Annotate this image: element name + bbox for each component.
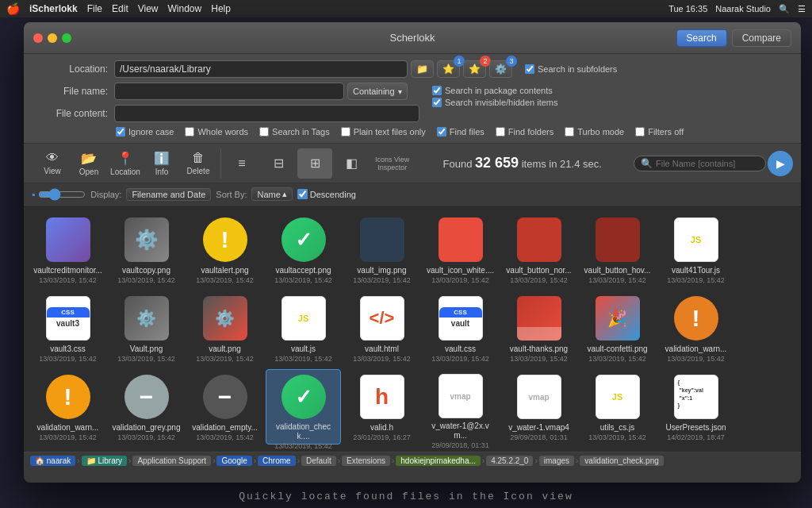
list-item[interactable]: JS vault41Tour.js 13/03/2019, 15:42 [658, 212, 733, 287]
list-item[interactable]: vmap v_water-1@2x.vm... 29/09/2018, 01:3… [423, 369, 498, 444]
list-item[interactable]: CSS vault vault.css 13/03/2019, 15:42 [423, 291, 498, 366]
location-button[interactable]: 📍 Location [108, 148, 143, 179]
breadcrumb-item-default[interactable]: Default [301, 456, 336, 466]
subfolders-check[interactable]: Search in subfolders [525, 64, 617, 74]
breadcrumb-item-naarak[interactable]: 🏠 naarak [30, 456, 75, 466]
minimize-button[interactable] [48, 33, 57, 43]
menu-edit[interactable]: Edit [112, 3, 128, 14]
list-item[interactable]: CSS vault3 vault3.css 13/03/2019, 15:42 [30, 291, 105, 366]
found-count: 32 659 [475, 155, 519, 171]
breadcrumb-item-ext-id[interactable]: hdokiejnpimakedha... [396, 456, 481, 466]
view-button[interactable]: 👁 View [35, 148, 70, 179]
apple-menu[interactable]: 🍎 [6, 2, 20, 15]
list-item[interactable]: ! validation_warn... 13/03/2019, 15:42 [30, 369, 105, 444]
breadcrumb-item-file[interactable]: validation_check.png [580, 456, 663, 466]
bookmark1-btn[interactable]: ⭐ 1 [437, 60, 460, 78]
list-item[interactable]: ! vaultalert.png 13/03/2019, 15:42 [187, 212, 262, 287]
size-slider[interactable]: ▪ [32, 188, 86, 201]
menu-app-name[interactable]: iScherlokk [29, 3, 78, 14]
list-item[interactable]: { "key":val "x":1} UserPresets.json 14/0… [658, 369, 733, 444]
list-item[interactable]: JS utils_cs.js 13/03/2019, 15:42 [580, 369, 655, 444]
list-item[interactable]: − validation_grey.png 13/03/2019, 15:42 [109, 369, 184, 444]
detail-icon: ⊟ [274, 156, 284, 171]
search-tags-check[interactable]: Search in Tags [259, 127, 330, 137]
breadcrumb-item-extensions[interactable]: Extensions [342, 456, 390, 466]
breadcrumb-item-google[interactable]: Google [216, 456, 251, 466]
list-item[interactable]: vault_button_hov... 13/03/2019, 15:42 [580, 212, 655, 287]
list-item[interactable]: 🎉 vault-confetti.png 13/03/2019, 15:42 [580, 291, 655, 366]
whole-words-check[interactable]: Whole words [185, 127, 248, 137]
list-item[interactable]: vault_icon_white.... 13/03/2019, 15:42 [423, 212, 498, 287]
view-icon: 👁 [46, 151, 59, 165]
list-item[interactable]: </> vault.html 13/03/2019, 15:42 [344, 291, 419, 366]
list-item[interactable]: vmap v_water-1.vmap4 29/09/2018, 01:31 [501, 369, 576, 444]
menu-file[interactable]: File [87, 3, 102, 14]
descending-check[interactable]: Descending [297, 189, 356, 199]
breadcrumb-item-library[interactable]: 📁 Library [82, 456, 127, 466]
location-label: Location: [36, 64, 108, 75]
list-item[interactable]: ⚙️ vaultcopy.png 13/03/2019, 15:42 [109, 212, 184, 287]
breadcrumb-item-images[interactable]: images [539, 456, 574, 466]
size-range-input[interactable] [38, 188, 86, 201]
play-button[interactable]: ▶ [768, 151, 793, 176]
settings-btn[interactable]: ⚙️ 3 [489, 60, 512, 78]
filecontent-input[interactable] [114, 105, 419, 122]
location-icon: 📍 [117, 151, 133, 166]
breadcrumb-item-chrome[interactable]: Chrome [258, 456, 296, 466]
list-item[interactable]: ! validation_warn... 13/03/2019, 15:42 [658, 291, 733, 366]
list-item[interactable]: ✓ vaultaccept.png 13/03/2019, 15:42 [266, 212, 341, 287]
inspector-label: Inspector [377, 164, 407, 171]
list-item[interactable]: ⚙️ Vault.png 13/03/2019, 15:42 [109, 291, 184, 366]
list-item[interactable]: ✓ validation_check.... 13/03/2019, 15:42 [266, 369, 341, 444]
search-area: Location: 📁 ⭐ 1 ⭐ 2 ⚙️ 3 Searc [24, 54, 801, 144]
list-item[interactable]: vault-thanks.png 13/03/2019, 15:42 [501, 291, 576, 366]
hidden-items-check[interactable]: Search invisible/hidden items [432, 98, 557, 107]
traffic-lights [33, 33, 71, 43]
breadcrumb-item-version[interactable]: 4.25.2.2_0 [486, 456, 533, 466]
breadcrumb: 🏠 naarak › 📁 Library › Application Suppo… [24, 452, 801, 469]
info-button[interactable]: ℹ️ Info [144, 148, 179, 179]
maximize-button[interactable] [62, 33, 71, 43]
inspector-button[interactable]: ◧ [334, 148, 369, 179]
containing-dropdown[interactable]: Containing [347, 83, 408, 100]
list-item[interactable]: ⚙️ vault.png 13/03/2019, 15:42 [187, 291, 262, 366]
list-item[interactable]: JS vault.js 13/03/2019, 15:42 [266, 291, 341, 366]
filename-input[interactable] [114, 83, 344, 100]
search-button[interactable]: Search [676, 29, 727, 47]
find-files-check[interactable]: Find files [437, 127, 485, 137]
compare-button[interactable]: Compare [732, 29, 791, 47]
breadcrumb-item-app-support[interactable]: Application Support [132, 456, 211, 466]
search-menubar-icon[interactable]: 🔍 [779, 4, 790, 14]
menu-extra-icon[interactable]: ☰ [798, 4, 806, 14]
list-item[interactable]: vault_button_nor... 13/03/2019, 15:42 [501, 212, 576, 287]
filters-off-check[interactable]: Filters off [635, 127, 684, 137]
menu-view[interactable]: View [138, 3, 159, 14]
turbo-mode-check[interactable]: Turbo mode [565, 127, 624, 137]
delete-icon: 🗑 [192, 151, 205, 165]
detail-view-button[interactable]: ⊟ [261, 148, 296, 179]
filename-filter-input[interactable] [656, 159, 759, 168]
plain-text-check[interactable]: Plain text files only [341, 127, 426, 137]
filename-filter-box[interactable]: 🔍 [634, 156, 766, 171]
menu-window[interactable]: Window [168, 3, 202, 14]
delete-button[interactable]: 🗑 Delete [181, 148, 216, 179]
location-input[interactable] [114, 60, 408, 78]
package-contents-check[interactable]: Search in package contents [432, 86, 557, 95]
open-button[interactable]: 📂 Open [71, 148, 106, 179]
list-view-button[interactable]: ≡ [224, 148, 259, 179]
list-item[interactable]: vaultcreditmonitor... 13/03/2019, 15:42 [30, 212, 105, 287]
app-window: Scherlokk Search Compare Location: 📁 ⭐ 1… [24, 22, 801, 483]
icons-view-button[interactable]: ⊞ [297, 148, 332, 179]
list-item[interactable]: h valid.h 23/01/2019, 16:27 [344, 369, 419, 444]
menu-help[interactable]: Help [211, 3, 231, 14]
display-value-button[interactable]: Filename and Date [126, 188, 211, 201]
list-item[interactable]: − validation_empty... 13/03/2019, 15:42 [187, 369, 262, 444]
list-item[interactable]: vault_img.png 13/03/2019, 15:42 [344, 212, 419, 287]
ignore-case-check[interactable]: Ignore case [116, 127, 174, 137]
sort-value-button[interactable]: Name ▴ [251, 187, 292, 201]
find-folders-check[interactable]: Find folders [496, 127, 553, 137]
location-browse-button[interactable]: 📁 [411, 60, 434, 78]
menubar: 🍎 iScherlokk File Edit View Window Help … [0, 0, 812, 17]
bookmark2-btn[interactable]: ⭐ 2 [463, 60, 486, 78]
close-button[interactable] [33, 33, 43, 43]
